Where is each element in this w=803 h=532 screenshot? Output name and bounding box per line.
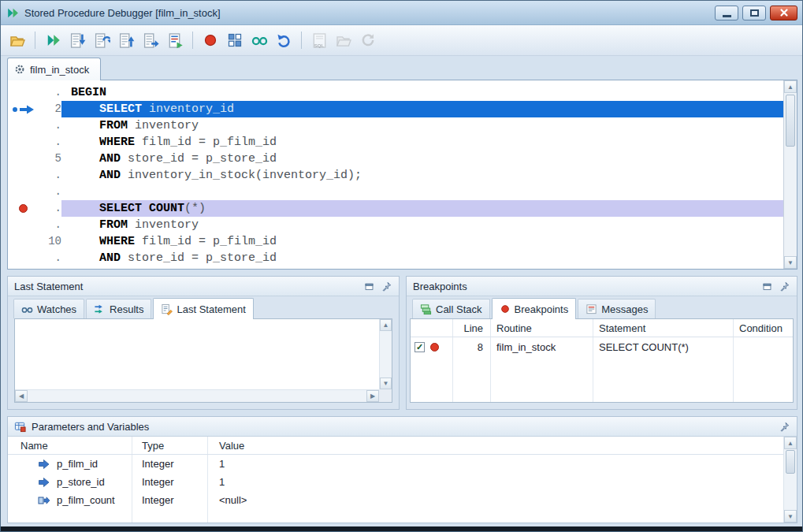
tab-messages[interactable]: Messages: [578, 299, 656, 318]
column-type[interactable]: Type: [132, 437, 208, 454]
scroll-track[interactable]: [784, 93, 797, 256]
code-line[interactable]: FROM inventory: [61, 217, 783, 233]
tab-watches[interactable]: Watches: [13, 299, 84, 318]
scroll-track[interactable]: [28, 390, 366, 402]
tab-breakpoints[interactable]: Breakpoints: [492, 298, 577, 319]
app-window: Stored Procedure Debugger [film_in_stock…: [0, 0, 803, 532]
breakpoint-statement-cell: SELECT COUNT(*): [593, 337, 734, 357]
editor-line[interactable]: . AND inventory_in_stock(inventory_id);: [8, 167, 783, 184]
code-line[interactable]: WHERE film_id = p_film_id: [61, 134, 783, 151]
code-line[interactable]: WHERE film_id = p_film_id: [61, 233, 783, 250]
tab-film-in-stock[interactable]: film_in_stock: [7, 58, 101, 80]
evaluate-button[interactable]: [248, 30, 270, 51]
minimize-button[interactable]: [715, 6, 738, 20]
line-number: .: [41, 250, 61, 266]
breakpoints-rows: ✓8film_in_stockSELECT COUNT(*): [411, 337, 793, 357]
tab-results[interactable]: Results: [86, 299, 151, 318]
code-line[interactable]: AND inventory_in_stock(inventory_id);: [61, 167, 783, 184]
run-to-statement-button[interactable]: [139, 30, 162, 51]
variable-row[interactable]: p_store_idInteger1: [8, 473, 783, 491]
breakpoint-checkbox[interactable]: ✓: [415, 342, 425, 352]
editor-line[interactable]: 2 SELECT inventory_id: [8, 101, 783, 117]
scroll-down-button[interactable]: ▼: [784, 510, 797, 523]
maximize-button[interactable]: [742, 6, 766, 20]
editor-line[interactable]: 5 AND store_id = p_store_id: [8, 151, 783, 167]
open-file-button[interactable]: [6, 30, 28, 51]
code-line[interactable]: BEGIN: [61, 84, 783, 101]
scroll-up-button[interactable]: ▲: [784, 80, 797, 93]
tab-call-stack[interactable]: Call Stack: [412, 299, 490, 318]
pin-button[interactable]: [777, 420, 792, 433]
code-line[interactable]: AND store_id = p_store_id: [61, 151, 783, 167]
editor-lines[interactable]: .BEGIN2 SELECT inventory_id. FROM invent…: [8, 80, 783, 269]
line-number: .: [41, 117, 61, 134]
float-window-button[interactable]: [760, 280, 775, 293]
step-out-button[interactable]: [115, 30, 137, 51]
code-line[interactable]: AND store_id = p_store_id: [61, 250, 783, 266]
editor-line[interactable]: .BEGIN: [8, 84, 783, 101]
scroll-up-button[interactable]: ▲: [784, 437, 797, 449]
column-condition[interactable]: Condition: [734, 319, 793, 337]
column-line[interactable]: Line: [453, 319, 491, 337]
breakpoints-header: Breakpoints: [407, 277, 797, 296]
refresh-button[interactable]: [357, 30, 379, 51]
variable-row[interactable]: p_film_idInteger1: [8, 455, 783, 473]
breakpoint-marker[interactable]: [8, 200, 41, 217]
line-number: .: [41, 134, 61, 151]
scroll-right-button[interactable]: ▶: [366, 390, 379, 402]
undo-icon: [276, 32, 292, 48]
float-window-button[interactable]: [362, 280, 377, 293]
editor-line[interactable]: . AND store_id = p_store_id: [8, 250, 783, 266]
column-statement[interactable]: Statement: [593, 319, 734, 337]
editor-line[interactable]: . SELECT COUNT(*): [8, 200, 783, 217]
parameters-table-header: Name Type Value: [8, 437, 783, 455]
pin-icon: [779, 422, 790, 432]
close-button[interactable]: [770, 6, 797, 20]
editor-line[interactable]: . FROM inventory: [8, 217, 783, 233]
editor-line[interactable]: . FROM inventory: [8, 117, 783, 134]
current-line-marker[interactable]: [8, 101, 41, 117]
scroll-track[interactable]: [784, 449, 797, 510]
column-name[interactable]: Name: [8, 437, 132, 454]
continue-debug-button[interactable]: [42, 30, 64, 51]
code-line[interactable]: SELECT inventory_id: [61, 101, 783, 117]
tab-last-statement[interactable]: Last Statement: [153, 298, 253, 319]
scroll-thumb[interactable]: [786, 450, 795, 474]
step-into-icon: [69, 32, 86, 49]
code-line[interactable]: FROM inventory: [61, 117, 783, 134]
breakpoint-row[interactable]: ✓8film_in_stockSELECT COUNT(*): [411, 337, 793, 357]
step-over-button[interactable]: [91, 30, 113, 51]
sql-editor-button[interactable]: SQL: [308, 30, 330, 51]
gutter-marker: [8, 184, 41, 200]
breakpoints-window-button[interactable]: [224, 30, 246, 51]
scroll-down-button[interactable]: ▼: [380, 378, 392, 389]
variable-name-cell: p_store_id: [8, 473, 132, 491]
scroll-left-button[interactable]: ◀: [15, 390, 28, 402]
code-line[interactable]: [61, 184, 783, 200]
breakpoint-icon: [500, 303, 511, 314]
scroll-thumb[interactable]: [786, 95, 795, 147]
step-into-button[interactable]: [66, 30, 88, 51]
open-document-button[interactable]: [333, 30, 355, 51]
scroll-track[interactable]: [380, 331, 392, 378]
pin-button[interactable]: [777, 280, 792, 293]
editor-line[interactable]: . WHERE film_id = p_film_id: [8, 134, 783, 151]
scroll-up-button[interactable]: ▲: [380, 319, 392, 331]
open-sql-document-icon: [167, 32, 184, 49]
scroll-down-button[interactable]: ▼: [784, 256, 797, 269]
parameters-table-filler: [8, 509, 783, 523]
column-routine[interactable]: Routine: [491, 319, 593, 337]
messages-icon: [586, 303, 597, 315]
code-line[interactable]: SELECT COUNT(*): [61, 200, 783, 217]
toggle-breakpoint-button[interactable]: [199, 30, 221, 51]
open-sql-document-button[interactable]: [164, 30, 186, 51]
column-value[interactable]: Value: [208, 440, 783, 452]
editor-line[interactable]: 10 WHERE film_id = p_film_id: [8, 233, 783, 250]
breakpoints-panel: Breakpoints Call Stack Breakpoints Messa…: [406, 276, 797, 410]
undo-button[interactable]: [273, 30, 295, 51]
editor-line[interactable]: .: [8, 184, 783, 200]
pin-button[interactable]: [379, 280, 394, 293]
last-statement-content[interactable]: ▲ ▼ ◀ ▶: [14, 318, 392, 403]
last-statement-header: Last Statement: [8, 277, 399, 296]
variable-row[interactable]: p_film_countInteger<null>: [8, 491, 783, 509]
